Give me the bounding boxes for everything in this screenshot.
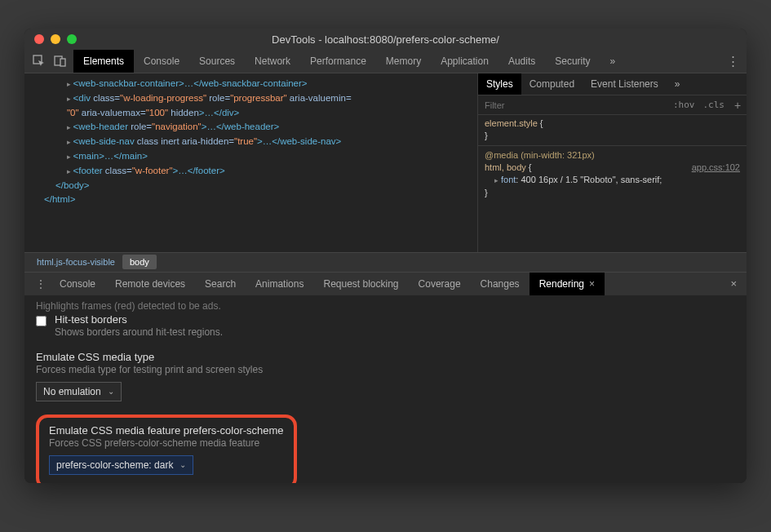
tab-audits[interactable]: Audits bbox=[498, 50, 545, 73]
hit-test-borders-section: Hit-test borders Shows borders around hi… bbox=[36, 313, 735, 338]
tab-security[interactable]: Security bbox=[545, 50, 600, 73]
drawer-coverage[interactable]: Coverage bbox=[409, 273, 471, 295]
tab-elements[interactable]: Elements bbox=[73, 50, 134, 73]
device-toggle-icon[interactable] bbox=[54, 55, 67, 68]
styles-tabs: Styles Computed Event Listeners » bbox=[478, 73, 747, 95]
css-rules[interactable]: element.style { } @media (min-width: 321… bbox=[478, 115, 747, 252]
svg-rect-2 bbox=[60, 59, 65, 66]
drawer-search[interactable]: Search bbox=[195, 273, 246, 295]
hov-toggle[interactable]: :hov bbox=[669, 100, 699, 110]
styles-overflow-icon[interactable]: » bbox=[667, 73, 689, 95]
cls-toggle[interactable]: .cls bbox=[699, 100, 729, 110]
prefers-color-scheme-select[interactable]: prefers-color-scheme: dark bbox=[49, 455, 193, 475]
tab-sources[interactable]: Sources bbox=[189, 50, 245, 73]
main-tabs: Elements Console Sources Network Perform… bbox=[73, 50, 625, 73]
section-heading: Hit-test borders bbox=[55, 313, 223, 326]
tab-computed[interactable]: Computed bbox=[521, 73, 583, 95]
section-description: Shows borders around hit-test regions. bbox=[55, 326, 223, 338]
devtools-window: DevTools - localhost:8080/prefers-color-… bbox=[24, 29, 747, 483]
drawer-changes[interactable]: Changes bbox=[471, 273, 530, 295]
drawer-request-blocking[interactable]: Request blocking bbox=[313, 273, 408, 295]
main-toolbar: Elements Console Sources Network Perform… bbox=[24, 50, 747, 73]
emulate-prefers-color-scheme-section: Emulate CSS media feature prefers-color-… bbox=[49, 424, 284, 475]
section-heading: Emulate CSS media feature prefers-color-… bbox=[49, 424, 284, 437]
source-link[interactable]: app.css:102 bbox=[692, 162, 740, 174]
inspect-icon[interactable] bbox=[33, 55, 46, 68]
tab-styles[interactable]: Styles bbox=[478, 73, 521, 95]
media-type-select[interactable]: No emulation bbox=[36, 382, 122, 401]
section-description: Forces CSS prefers-color-scheme media fe… bbox=[49, 437, 284, 449]
tab-performance[interactable]: Performance bbox=[300, 50, 376, 73]
emulate-media-type-section: Emulate CSS media type Forces media type… bbox=[36, 351, 735, 401]
close-drawer-icon[interactable]: × bbox=[730, 277, 747, 290]
window-title: DevTools - localhost:8080/prefers-color-… bbox=[24, 33, 747, 46]
tab-memory[interactable]: Memory bbox=[376, 50, 431, 73]
dom-node[interactable]: <web-snackbar-container>…</web-snackbar-… bbox=[73, 78, 308, 88]
elements-tree[interactable]: <web-snackbar-container>…</web-snackbar-… bbox=[24, 73, 477, 252]
kebab-menu-icon[interactable]: ⋮ bbox=[727, 54, 747, 69]
dom-node[interactable]: <main>…</main> bbox=[73, 151, 148, 161]
drawer-menu-icon[interactable]: ⋮ bbox=[31, 278, 50, 290]
drawer-remote-devices[interactable]: Remote devices bbox=[105, 273, 195, 295]
section-heading: Emulate CSS media type bbox=[36, 351, 735, 363]
new-rule-icon[interactable]: + bbox=[729, 99, 747, 112]
tab-application[interactable]: Application bbox=[431, 50, 498, 73]
drawer-rendering[interactable]: Rendering× bbox=[530, 273, 605, 295]
section-description: Forces media type for testing print and … bbox=[36, 364, 735, 375]
media-query: @media (min-width: 321px) bbox=[485, 149, 740, 162]
drawer-animations[interactable]: Animations bbox=[246, 273, 313, 295]
tab-console[interactable]: Console bbox=[134, 50, 189, 73]
tabs-overflow-icon[interactable]: » bbox=[600, 50, 626, 73]
close-tab-icon[interactable]: × bbox=[589, 278, 595, 290]
truncated-text: Highlights frames (red) detected to be a… bbox=[36, 300, 735, 312]
breadcrumb: html.js-focus-visible body bbox=[24, 252, 747, 272]
drawer-tabs: ⋮ Console Remote devices Search Animatio… bbox=[24, 272, 747, 295]
dom-node[interactable]: </html> bbox=[44, 194, 75, 204]
styles-filter-row: :hov .cls + bbox=[478, 95, 747, 115]
rendering-panel: Highlights frames (red) detected to be a… bbox=[24, 295, 747, 484]
tab-network[interactable]: Network bbox=[245, 50, 300, 73]
main-panel: <web-snackbar-container>…</web-snackbar-… bbox=[24, 73, 747, 252]
styles-pane: Styles Computed Event Listeners » :hov .… bbox=[477, 73, 747, 252]
crumb-html[interactable]: html.js-focus-visible bbox=[29, 255, 122, 269]
crumb-body[interactable]: body bbox=[122, 255, 157, 269]
tab-event-listeners[interactable]: Event Listeners bbox=[583, 73, 667, 95]
styles-filter-input[interactable] bbox=[478, 100, 669, 110]
dom-node[interactable]: </body> bbox=[55, 180, 90, 190]
drawer-console[interactable]: Console bbox=[50, 273, 105, 295]
highlighted-section: Emulate CSS media feature prefers-color-… bbox=[36, 415, 297, 484]
titlebar: DevTools - localhost:8080/prefers-color-… bbox=[24, 29, 747, 50]
hit-test-borders-checkbox[interactable] bbox=[36, 316, 47, 326]
